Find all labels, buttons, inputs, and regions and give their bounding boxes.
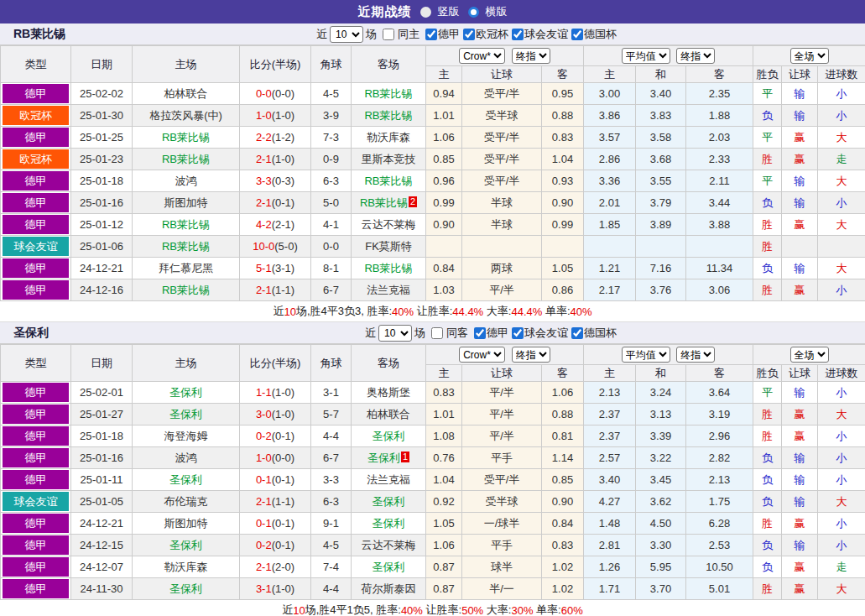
team-link[interactable]: 法兰克福 <box>367 284 410 296</box>
crow-away-odds: 1.04 <box>542 149 584 170</box>
same-home-checkbox[interactable] <box>383 29 394 40</box>
league-checkbox-item[interactable]: 球会友谊 <box>508 326 568 341</box>
handicap-cell: 受平/半 <box>462 149 542 170</box>
match-row: 德甲25-01-18海登海姆0-2(0-1)4-4圣保利1.08平/半0.812… <box>1 425 865 447</box>
filter-controls: 近 10 场 同主 德甲欧冠杯球会友谊德国杯 <box>316 23 617 45</box>
league-checkbox-item[interactable]: 德甲 <box>471 326 508 341</box>
recent-count-select[interactable]: 10 <box>378 325 412 342</box>
team-link[interactable]: 法兰克福 <box>367 473 410 486</box>
team-link[interactable]: RB莱比锡 <box>364 262 412 274</box>
full-time-score: 0-2 <box>256 539 272 551</box>
team-link[interactable]: RB莱比锡 <box>360 196 408 209</box>
team-link[interactable]: 云达不莱梅 <box>362 218 416 231</box>
odds-source-select[interactable]: Crow* <box>459 347 505 363</box>
league-checkbox[interactable] <box>463 29 475 40</box>
league-checkbox-item[interactable]: 德国杯 <box>568 326 617 341</box>
league-checkbox-item[interactable]: 球会友谊 <box>508 27 568 42</box>
team-link[interactable]: 斯图加特 <box>164 517 208 530</box>
final-odds-select[interactable]: 终指 <box>512 48 550 64</box>
team-link[interactable]: 圣保利 <box>169 539 202 551</box>
team-link[interactable]: 柏林联合 <box>367 408 410 420</box>
team-link[interactable]: 圣保利 <box>373 495 405 508</box>
team-link[interactable]: 海登海姆 <box>164 430 208 442</box>
full-match-select[interactable]: 全场 <box>790 347 829 363</box>
team-link[interactable]: 勒沃库森 <box>164 561 208 573</box>
team-link[interactable]: 云达不莱梅 <box>362 539 416 551</box>
final-odds-select-2[interactable]: 终指 <box>676 48 715 64</box>
team-link[interactable]: 波鸿 <box>175 452 197 464</box>
league-checkbox[interactable] <box>474 327 486 339</box>
date-cell: 24-12-21 <box>71 513 133 535</box>
team-link[interactable]: 布伦瑞克 <box>164 495 208 508</box>
avg-draw-odds: 3.58 <box>636 127 686 149</box>
home-team-cell: RB莱比锡 <box>133 149 240 170</box>
games-label: 场 <box>414 326 425 341</box>
team-link[interactable]: RB莱比锡 <box>162 153 210 165</box>
team-link[interactable]: RB莱比锡 <box>364 87 412 100</box>
team-link[interactable]: 拜仁慕尼黑 <box>159 262 213 274</box>
final-odds-select[interactable]: 终指 <box>512 347 550 363</box>
team-link[interactable]: RB莱比锡 <box>364 109 412 122</box>
radio-horizontal-icon[interactable] <box>468 7 479 18</box>
home-team-cell: 圣保利 <box>133 535 240 556</box>
team-link[interactable]: 荷尔斯泰因 <box>362 582 416 595</box>
final-odds-select-2[interactable]: 终指 <box>676 347 715 363</box>
team-link[interactable]: 奥格斯堡 <box>367 386 410 399</box>
avg-home-odds: 3.40 <box>584 469 636 491</box>
col-date: 日期 <box>71 345 133 382</box>
team-link[interactable]: 勒沃库森 <box>367 131 410 144</box>
team-link[interactable]: 柏林联合 <box>164 87 208 100</box>
team-link[interactable]: 圣保利 <box>373 517 405 530</box>
sub-avg-home: 主 <box>584 365 636 382</box>
team-link[interactable]: 圣保利 <box>373 430 405 442</box>
avg-draw-odds: 3.89 <box>636 214 686 236</box>
home-team-cell: RB莱比锡 <box>133 214 240 236</box>
avg-away-odds <box>686 236 753 258</box>
team-link[interactable]: 圣保利 <box>169 582 202 595</box>
team-link[interactable]: RB莱比锡 <box>162 240 210 253</box>
team-link[interactable]: 圣保利 <box>169 408 202 420</box>
full-match-select[interactable]: 全场 <box>790 48 829 64</box>
result-cell: 胜 <box>753 279 782 301</box>
team-link[interactable]: RB莱比锡 <box>162 131 210 144</box>
team-link[interactable]: 格拉茨风暴(中) <box>149 109 222 122</box>
league-checkbox-item[interactable]: 德国杯 <box>568 27 617 42</box>
league-checkbox[interactable] <box>571 327 583 339</box>
team-link[interactable]: 圣保利 <box>367 452 400 464</box>
team-link[interactable]: FK莫斯特 <box>365 240 412 253</box>
odds-source-select[interactable]: Crow* <box>459 48 505 64</box>
team-link[interactable]: RB莱比锡 <box>162 218 210 231</box>
league-checkbox-item[interactable]: 德甲 <box>422 27 460 42</box>
avg-draw-odds: 7.16 <box>636 258 686 279</box>
league-checkbox[interactable] <box>512 327 524 339</box>
league-checkbox[interactable] <box>571 29 583 40</box>
team-link[interactable]: 圣保利 <box>169 386 202 399</box>
avg-home-odds: 1.26 <box>584 556 636 578</box>
team-link[interactable]: RB莱比锡 <box>364 175 412 187</box>
team-link[interactable]: 斯图加特 <box>164 196 208 209</box>
league-checkbox[interactable] <box>425 29 437 40</box>
team-link[interactable]: 圣保利 <box>373 561 405 573</box>
league-checkbox-item[interactable]: 欧冠杯 <box>460 27 508 42</box>
team-link[interactable]: 圣保利 <box>169 473 202 486</box>
match-row: 德甲25-01-27圣保利3-0(1-0)5-7柏林联合1.01平/半0.882… <box>1 404 865 425</box>
league-cell: 德甲 <box>1 513 71 535</box>
team-link[interactable]: 波鸿 <box>175 175 197 187</box>
goals-result-cell: 大 <box>818 127 865 149</box>
radio-vertical-icon[interactable] <box>420 7 431 18</box>
average-select[interactable]: 平均值 <box>622 347 670 363</box>
team-link[interactable]: RB莱比锡 <box>162 284 210 296</box>
crow-away-odds: 1.14 <box>542 447 584 469</box>
team-link[interactable]: 里斯本竞技 <box>362 153 416 165</box>
full-time-score: 4-2 <box>256 218 272 231</box>
layout-horizontal-option[interactable]: 横版 <box>468 4 508 19</box>
same-away-checkbox[interactable] <box>431 327 443 339</box>
avg-home-odds: 3.86 <box>584 105 636 127</box>
layout-vertical-option[interactable]: 竖版 <box>420 4 460 19</box>
handicap-cell: 受平/半 <box>462 469 542 491</box>
average-select[interactable]: 平均值 <box>622 48 670 64</box>
league-checkbox[interactable] <box>512 29 524 40</box>
home-team-cell: 柏林联合 <box>133 83 240 105</box>
recent-count-select[interactable]: 10 <box>330 26 363 43</box>
result-cell: 胜 <box>753 425 782 447</box>
